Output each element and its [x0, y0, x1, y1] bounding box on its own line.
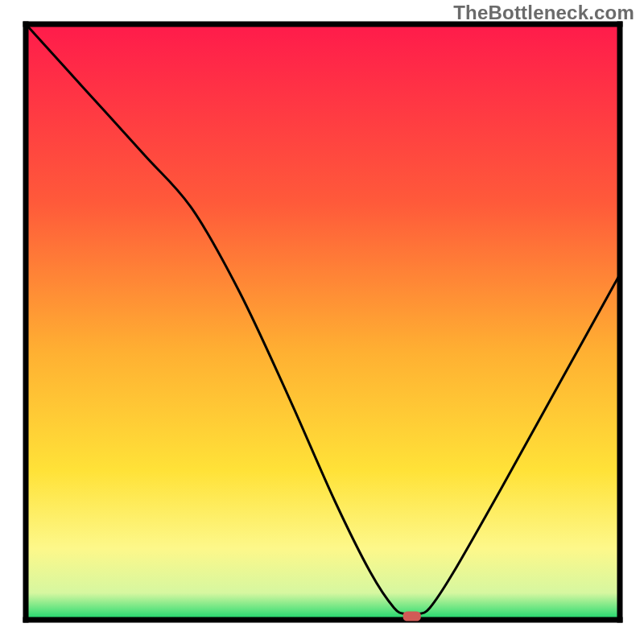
- chart-frame: TheBottleneck.com: [0, 0, 644, 644]
- bottleneck-chart: [0, 0, 644, 644]
- min-marker: [403, 612, 421, 621]
- watermark-text: TheBottleneck.com: [453, 2, 634, 24]
- gradient-background: [26, 24, 620, 620]
